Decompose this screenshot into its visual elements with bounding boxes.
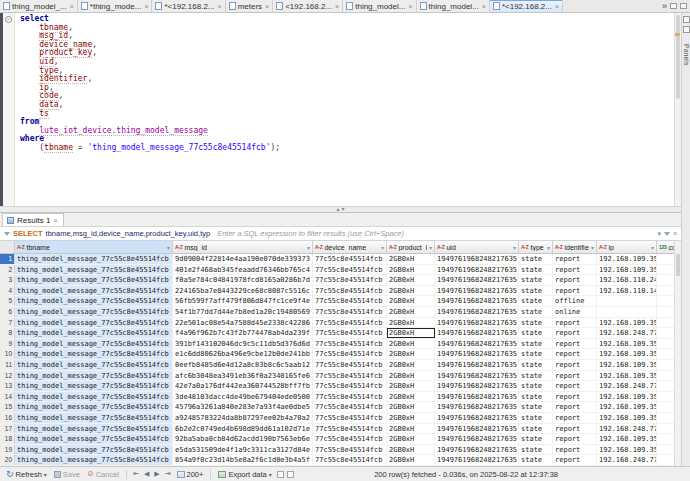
sql-editor[interactable]: − select tbname, msg_id, device_name, pr… bbox=[0, 13, 681, 206]
previous-row-icon[interactable]: ◀ bbox=[143, 470, 150, 478]
filter-arrow-icon[interactable]: ▾ bbox=[651, 244, 654, 251]
row-number[interactable]: 12 bbox=[0, 371, 15, 381]
row-number[interactable]: 19 bbox=[0, 445, 15, 455]
row-number[interactable]: 15 bbox=[0, 402, 15, 412]
cell-ip[interactable]: 192.168.109.35 bbox=[597, 318, 657, 328]
cell-device_name[interactable]: 77c55c8e45514fcb bbox=[313, 307, 387, 317]
cell-identifier[interactable]: report bbox=[553, 339, 597, 349]
fetch-more-button[interactable]: 200+ bbox=[175, 470, 206, 479]
outline-panel-icon[interactable] bbox=[683, 26, 690, 33]
cell-msg_id[interactable]: 854a9f0c23d14b5e8a2f6c1d0e3b4a5f bbox=[173, 455, 313, 465]
cancel-button[interactable]: ⊘ Cancel bbox=[85, 470, 121, 479]
cell-uid[interactable]: 1949761968248217635 bbox=[435, 349, 519, 359]
cell-ip[interactable]: 192.168.109.35 bbox=[597, 434, 657, 444]
cell-uid[interactable]: 1949761968248217635 bbox=[435, 445, 519, 455]
filter-arrow-icon[interactable]: ▾ bbox=[547, 244, 550, 251]
cell-device_name[interactable]: 77c55c8e45514fcb bbox=[313, 371, 387, 381]
cell-type[interactable]: state bbox=[519, 339, 553, 349]
export-dropdown-icon[interactable]: ▾ bbox=[269, 471, 272, 478]
cell-type[interactable]: state bbox=[519, 286, 553, 296]
cell-code[interactable]: 0 bbox=[657, 424, 674, 434]
first-row-icon[interactable]: ⇤ bbox=[132, 470, 140, 478]
editor-tab[interactable]: *<192.168.2...× bbox=[490, 0, 563, 12]
cell-product_key[interactable]: 2GB0xH bbox=[387, 445, 435, 455]
cell-msg_id[interactable]: 6b2e2c0749ed4b698d89dd61a102d71e bbox=[173, 424, 313, 434]
cell-ip[interactable] bbox=[597, 307, 657, 317]
cell-product_key[interactable]: 2GB0xH bbox=[387, 339, 435, 349]
cell-product_key[interactable]: 2GB0xH bbox=[387, 434, 435, 444]
cell-ip[interactable]: 192.168.109.35 bbox=[597, 360, 657, 370]
row-number[interactable]: 8 bbox=[0, 328, 15, 338]
cell-code[interactable]: 0 bbox=[657, 455, 674, 465]
cell-tbname[interactable]: thing_model_message_77c55c8e45514fcb bbox=[15, 265, 173, 275]
cell-tbname[interactable]: thing_model_message_77c55c8e45514fcb bbox=[15, 349, 173, 359]
cell-tbname[interactable]: thing_model_message_77c55c8e45514fcb bbox=[15, 328, 173, 338]
table-row[interactable]: 9thing_model_message_77c55c8e45514fcb391… bbox=[0, 339, 674, 350]
row-number[interactable]: 6 bbox=[0, 307, 15, 317]
cell-tbname[interactable]: thing_model_message_77c55c8e45514fcb bbox=[15, 392, 173, 402]
cell-product_key[interactable]: 2GB0xH bbox=[387, 360, 435, 370]
row-number[interactable]: 13 bbox=[0, 381, 15, 391]
editor-tab[interactable]: *<192.168.2...× bbox=[152, 0, 225, 12]
cell-code[interactable]: 0 bbox=[657, 360, 674, 370]
cell-uid[interactable]: 1949761968248217635 bbox=[435, 318, 519, 328]
row-number[interactable]: 14 bbox=[0, 392, 15, 402]
scrollbar-thumb[interactable] bbox=[676, 15, 680, 99]
table-row[interactable]: 16thing_model_message_77c55c8e45514fcba9… bbox=[0, 413, 674, 424]
cell-msg_id[interactable]: f4a96f962b7c43f2b774478ab4da239f bbox=[173, 328, 313, 338]
cell-type[interactable]: state bbox=[519, 296, 553, 306]
cell-msg_id[interactable]: 401e2f468ab345feaadd76346bb765c4 bbox=[173, 265, 313, 275]
cell-ip[interactable]: 192.168.110.146 bbox=[597, 286, 657, 296]
table-row[interactable]: 3thing_model_message_77c55c8e45514fcbf0a… bbox=[0, 275, 674, 286]
cell-msg_id[interactable]: e1c6dd80626ba496e9cbe12b0de241bb bbox=[173, 349, 313, 359]
cell-uid[interactable]: 1949761968248217635 bbox=[435, 381, 519, 391]
cell-uid[interactable]: 1949761968248217635 bbox=[435, 254, 519, 264]
editor-vertical-scrollbar[interactable] bbox=[674, 13, 681, 206]
cell-tbname[interactable]: thing_model_message_77c55c8e45514fcb bbox=[15, 296, 173, 306]
table-row[interactable]: 19thing_model_message_77c55c8e45514fcbe5… bbox=[0, 445, 674, 456]
cell-uid[interactable]: 1949761968248217635 bbox=[435, 275, 519, 285]
row-number[interactable]: 4 bbox=[0, 286, 15, 296]
next-row-icon[interactable]: ▶ bbox=[153, 470, 160, 478]
cell-device_name[interactable]: 77c55c8e45514fcb bbox=[313, 434, 387, 444]
refresh-button[interactable]: ↻ Refresh ▾ bbox=[4, 470, 49, 479]
cell-product_key[interactable]: 2GB0xH bbox=[387, 402, 435, 412]
table-row[interactable]: 7thing_model_message_77c55c8e45514fcb22e… bbox=[0, 318, 674, 329]
editor-tab[interactable]: thing_model_...× bbox=[0, 0, 78, 12]
editor-tab[interactable]: *thing_mode...× bbox=[78, 0, 153, 12]
cell-device_name[interactable]: 77c55c8e45514fcb bbox=[313, 296, 387, 306]
cell-device_name[interactable]: 77c55c8e45514fcb bbox=[313, 392, 387, 402]
cell-type[interactable]: state bbox=[519, 455, 553, 465]
cell-identifier[interactable]: report bbox=[553, 286, 597, 296]
row-number[interactable]: 1 bbox=[0, 254, 15, 264]
table-row[interactable]: 17thing_model_message_77c55c8e45514fcb6b… bbox=[0, 424, 674, 435]
grid-body[interactable]: 1thing_model_message_77c55c8e45514fcb9d0… bbox=[0, 254, 674, 466]
cell-ip[interactable]: 192.168.109.35 bbox=[597, 339, 657, 349]
cell-msg_id[interactable]: 0eefb8485d6e4d12a8c83b8c6c5aab12 bbox=[173, 360, 313, 370]
cell-device_name[interactable]: 77c55c8e45514fcb bbox=[313, 360, 387, 370]
cell-identifier[interactable]: report bbox=[553, 265, 597, 275]
cell-code[interactable]: 0 bbox=[657, 307, 674, 317]
tab-close-icon[interactable]: × bbox=[408, 3, 412, 10]
column-header-type[interactable]: A-Ztype▾ bbox=[519, 241, 553, 253]
cell-code[interactable]: 0 bbox=[657, 275, 674, 285]
cell-msg_id[interactable]: 22e501ac08e54a7588d45e2338c42286 bbox=[173, 318, 313, 328]
cell-product_key[interactable]: 2GB0xH bbox=[387, 328, 435, 338]
side-panel-label[interactable]: Panels bbox=[683, 44, 690, 65]
row-number[interactable]: 11 bbox=[0, 360, 15, 370]
cell-type[interactable]: state bbox=[519, 445, 553, 455]
cell-uid[interactable]: 1949761968248217635 bbox=[435, 307, 519, 317]
cell-msg_id[interactable]: a92485783224da8b87297ee02b4a70a2 bbox=[173, 413, 313, 423]
cell-product_key[interactable]: 2GB0xH bbox=[387, 265, 435, 275]
table-row[interactable]: 10thing_model_message_77c55c8e45514fcbe1… bbox=[0, 349, 674, 360]
cell-tbname[interactable]: thing_model_message_77c55c8e45514fcb bbox=[15, 434, 173, 444]
cell-code[interactable]: 0 bbox=[657, 254, 674, 264]
filter-arrow-icon[interactable]: ▾ bbox=[307, 244, 310, 251]
table-row[interactable]: 4thing_model_message_77c55c8e45514fcb224… bbox=[0, 286, 674, 297]
table-row[interactable]: 15thing_model_message_77c55c8e45514fcb45… bbox=[0, 402, 674, 413]
cell-identifier[interactable]: report bbox=[553, 360, 597, 370]
fold-collapse-icon[interactable]: − bbox=[5, 16, 12, 23]
cell-code[interactable]: 0 bbox=[657, 413, 674, 423]
cell-product_key[interactable]: 2GB0xH bbox=[387, 275, 435, 285]
cell-code[interactable]: 0 bbox=[657, 296, 674, 306]
